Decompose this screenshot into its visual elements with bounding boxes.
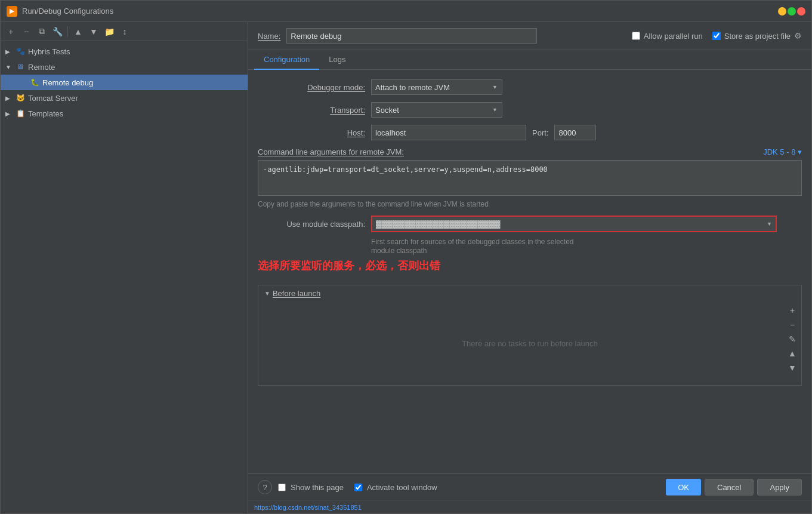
title-bar: ▶ Run/Debug Configurations: [1, 1, 811, 22]
apply-button[interactable]: Apply: [757, 479, 802, 495]
main-content: + − ⧉ 🔧 ▲ ▼ 📁 ↕ ▶ 🐾 Hybris Tests: [1, 22, 811, 513]
tomcat-icon: 🐱: [15, 93, 26, 103]
status-url[interactable]: https://blog.csdn.net/sinat_34351851: [254, 504, 362, 511]
show-page-label: Show this page: [291, 483, 344, 492]
bl-up-button[interactable]: ▲: [786, 347, 799, 360]
bl-edit-button[interactable]: ✎: [786, 333, 799, 346]
ok-button[interactable]: OK: [666, 479, 701, 495]
cmd-title: Command line arguments for remote JVM:: [258, 147, 404, 156]
classpath-hint: First search for sources of the debugged…: [371, 237, 802, 255]
header-right: Allow parallel run Store as project file…: [632, 31, 802, 41]
tree-item-remote[interactable]: ▼ 🖥 Remote: [1, 59, 248, 75]
tree-item-tomcat[interactable]: ▶ 🐱 Tomcat Server: [1, 90, 248, 106]
host-label: Host:: [258, 128, 365, 137]
module-dropdown-outer: ▓▓▓▓▓▓▓▓▓▓▓▓▓▓▓▓▓▓▓▓▓▓ ▼: [371, 216, 777, 232]
allow-parallel-group: Allow parallel run: [632, 32, 703, 41]
toolbar-separator: [67, 26, 68, 37]
cmd-section: Command line arguments for remote JVM: J…: [258, 147, 802, 208]
sort-button[interactable]: ↕: [118, 25, 131, 38]
hybris-label: Hybris Tests: [28, 47, 70, 56]
status-bar: https://blog.csdn.net/sinat_34351851: [248, 500, 811, 513]
cancel-button[interactable]: Cancel: [705, 479, 754, 495]
move-to-group-button[interactable]: 📁: [103, 25, 116, 38]
maximize-button[interactable]: [788, 7, 796, 16]
name-input[interactable]: [286, 28, 537, 44]
store-project-group: Store as project file ⚙: [712, 31, 802, 41]
before-launch-toolbar: + − ✎ ▲ ▼: [786, 304, 799, 374]
before-launch-title: Before launch: [273, 289, 320, 298]
debugger-mode-label: Debugger mode:: [258, 83, 365, 92]
port-label: Port:: [532, 128, 548, 137]
name-label: Name:: [258, 32, 280, 41]
activate-window-checkbox[interactable]: [354, 484, 362, 491]
expand-arrow: ▶: [5, 48, 15, 55]
help-button[interactable]: ?: [258, 480, 272, 494]
no-tasks-text: There are no tasks to run before launch: [462, 339, 598, 348]
dialog-title: Run/Debug Configurations: [22, 7, 778, 16]
tomcat-label: Tomcat Server: [28, 94, 78, 103]
hybris-icon: 🐾: [15, 46, 26, 57]
module-classpath-row: Use module classpath: ▓▓▓▓▓▓▓▓▓▓▓▓▓▓▓▓▓▓…: [258, 216, 802, 232]
tree-item-remote-debug[interactable]: 🐛 Remote debug: [1, 75, 248, 90]
debugger-mode-dropdown-wrapper: Attach to remote JVM Listen to remote JV…: [371, 79, 502, 95]
expand-arrow-remote: ▼: [5, 64, 15, 70]
config-header: Name: Allow parallel run Store as projec…: [248, 22, 811, 50]
cmd-hint: Copy and paste the arguments to the comm…: [258, 200, 802, 208]
host-input[interactable]: [371, 125, 526, 140]
tab-logs[interactable]: Logs: [319, 50, 355, 70]
cmd-header: Command line arguments for remote JVM: J…: [258, 147, 802, 156]
bl-add-button[interactable]: +: [786, 304, 799, 317]
transport-select[interactable]: Socket Shared memory: [371, 102, 502, 118]
run-debug-dialog: ▶ Run/Debug Configurations + − ⧉ 🔧 ▲ ▼ 📁…: [0, 0, 812, 514]
classpath-hint-text: First search for sources of the debugged…: [371, 238, 574, 255]
move-down-button[interactable]: ▼: [87, 25, 100, 38]
chinese-note-container: 选择所要监听的服务，必选，否则出错: [258, 258, 802, 273]
host-port-row: Host: Port:: [258, 125, 802, 140]
minimize-button[interactable]: [778, 7, 786, 16]
debugger-mode-select[interactable]: Attach to remote JVM Listen to remote JV…: [371, 79, 502, 95]
allow-parallel-label: Allow parallel run: [644, 32, 703, 41]
remote-debug-label: Remote debug: [42, 78, 93, 87]
expand-arrow-tomcat: ▶: [5, 95, 15, 101]
cmd-textarea[interactable]: -agentlib:jdwp=transport=dt_socket,serve…: [258, 160, 802, 196]
tab-configuration[interactable]: Configuration: [254, 50, 319, 70]
module-label: Use module classpath:: [258, 220, 365, 229]
show-page-row: Show this page Activate tool window: [278, 483, 666, 492]
remove-config-button[interactable]: −: [20, 25, 33, 38]
module-classpath-select[interactable]: ▓▓▓▓▓▓▓▓▓▓▓▓▓▓▓▓▓▓▓▓▓▓: [371, 216, 777, 232]
remote-debug-icon: 🐛: [29, 77, 40, 88]
show-page-checkbox[interactable]: [278, 484, 286, 491]
tree-item-hybris-tests[interactable]: ▶ 🐾 Hybris Tests: [1, 44, 248, 59]
config-content: Debugger mode: Attach to remote JVM List…: [248, 70, 811, 473]
port-input[interactable]: [554, 125, 596, 140]
jdk-link[interactable]: JDK 5 - 8 ▾: [763, 147, 802, 156]
tree-item-templates[interactable]: ▶ 📋 Templates: [1, 106, 248, 121]
before-launch-header[interactable]: ▼ Before launch: [258, 285, 801, 301]
transport-label: Transport:: [258, 106, 365, 115]
right-panel: Name: Allow parallel run Store as projec…: [248, 22, 811, 513]
bl-down-button[interactable]: ▼: [786, 361, 799, 374]
bottom-buttons: OK Cancel Apply: [666, 479, 802, 495]
before-launch-arrow: ▼: [264, 290, 270, 297]
remote-icon: 🖥: [15, 61, 26, 72]
copy-config-button[interactable]: ⧉: [35, 25, 48, 38]
close-button[interactable]: [797, 7, 805, 16]
tabs-bar: Configuration Logs: [248, 50, 811, 70]
move-up-button[interactable]: ▲: [72, 25, 85, 38]
store-gear-icon[interactable]: ⚙: [794, 31, 802, 41]
window-controls: [778, 7, 805, 16]
templates-icon: 📋: [15, 108, 26, 119]
settings-button[interactable]: 🔧: [51, 25, 64, 38]
allow-parallel-checkbox[interactable]: [632, 32, 640, 40]
expand-arrow-templates: ▶: [5, 110, 15, 117]
bottom-bar: ? Show this page Activate tool window OK…: [248, 473, 811, 500]
templates-label: Templates: [28, 109, 63, 118]
before-launch-section: ▼ Before launch There are no tasks to ru…: [258, 285, 802, 386]
add-config-button[interactable]: +: [4, 25, 17, 38]
left-panel: + − ⧉ 🔧 ▲ ▼ 📁 ↕ ▶ 🐾 Hybris Tests: [1, 22, 248, 513]
store-project-checkbox[interactable]: [712, 32, 721, 40]
activate-window-label: Activate tool window: [367, 483, 437, 492]
debugger-mode-row: Debugger mode: Attach to remote JVM List…: [258, 79, 802, 95]
before-launch-body: There are no tasks to run before launch …: [258, 301, 801, 385]
bl-remove-button[interactable]: −: [786, 318, 799, 331]
